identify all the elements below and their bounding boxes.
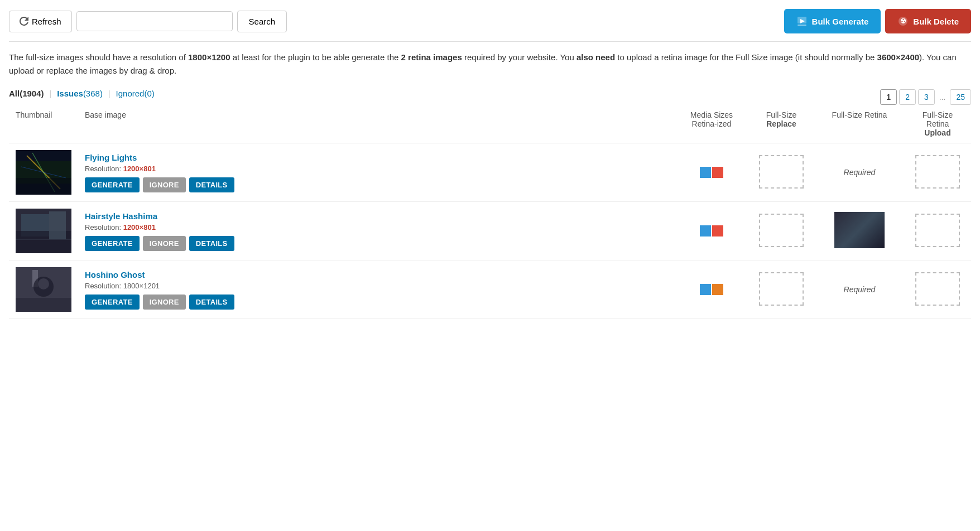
bulk-generate-button[interactable]: Bulk Generate <box>784 9 881 33</box>
col-header-base: Base image <box>78 105 675 143</box>
filter-ignored[interactable]: Ignored(0) <box>116 89 155 98</box>
resolution-value-hoshino: 1800×1201 <box>123 282 160 290</box>
resolution-flying-lights: Resolution: 1200×801 <box>85 165 669 173</box>
refresh-label: Refresh <box>32 17 61 26</box>
col-header-media: Media Sizes Retina-ized <box>675 105 748 143</box>
page-1: 1 <box>880 89 897 105</box>
fullsize-retina-cell-hairstyle <box>815 202 904 260</box>
search-button[interactable]: Search <box>237 11 287 32</box>
col-header-upload: Full-Size Retina Upload <box>904 105 971 143</box>
action-buttons-flying-lights: GENERATE IGNORE DETAILS <box>85 177 669 192</box>
refresh-button[interactable]: Refresh <box>9 11 72 32</box>
base-cell-hairstyle: Hairstyle Hashima Resolution: 1200×801 G… <box>78 202 675 260</box>
resolution-value-flying-lights: 1200×801 <box>123 165 156 173</box>
details-button-hoshino[interactable]: DETAILS <box>189 295 234 310</box>
fullsize-upload-cell-hairstyle[interactable] <box>904 202 971 260</box>
square-blue-flying-lights <box>700 167 711 178</box>
svg-rect-19 <box>16 298 71 312</box>
table-row: Flying Lights Resolution: 1200×801 GENER… <box>9 143 971 202</box>
filters-row: All(1904) | Issues(368) | Ignored(0) 1 2… <box>9 89 971 105</box>
square-red-hairstyle <box>712 225 723 236</box>
filter-issues[interactable]: Issues(368) <box>57 89 103 98</box>
thumbnail-cell-hairstyle <box>9 202 78 260</box>
media-cell-hoshino <box>675 260 748 319</box>
col-header-retina: Full-Size Retina <box>815 105 904 143</box>
fullsize-upload-cell-flying-lights[interactable] <box>904 143 971 202</box>
media-cell-flying-lights <box>675 143 748 202</box>
ignore-button-hairstyle[interactable]: IGNORE <box>143 236 186 251</box>
filter-all[interactable]: All(1904) <box>9 89 44 98</box>
svg-point-20 <box>38 278 49 289</box>
media-cell-hairstyle <box>675 202 748 260</box>
refresh-icon <box>20 17 28 26</box>
svg-rect-14 <box>49 211 66 239</box>
fullsize-upload-dropzone-hairstyle[interactable] <box>915 214 960 247</box>
page-ellipsis: ... <box>937 90 948 104</box>
details-button-flying-lights[interactable]: DETAILS <box>189 177 234 192</box>
resolution-value-hairstyle: 1200×801 <box>123 223 156 231</box>
fullsize-upload-dropzone-hoshino[interactable] <box>915 272 960 306</box>
fullsize-replace-cell-flying-lights[interactable] <box>748 143 815 202</box>
generate-button-hairstyle[interactable]: GENERATE <box>85 236 140 251</box>
table-header-row: Thumbnail Base image Media Sizes Retina-… <box>9 105 971 143</box>
image-title-flying-lights[interactable]: Flying Lights <box>85 153 669 162</box>
base-cell-hoshino: Hoshino Ghost Resolution: 1800×1201 GENE… <box>78 260 675 319</box>
square-blue-hoshino <box>700 284 711 295</box>
bulk-delete-button[interactable]: ☢ Bulk Delete <box>885 9 971 33</box>
retina-required-flying-lights: Required <box>844 168 876 177</box>
pagination: 1 2 3 ... 25 <box>880 89 971 105</box>
generate-button-flying-lights[interactable]: GENERATE <box>85 177 140 192</box>
action-buttons-hairstyle: GENERATE IGNORE DETAILS <box>85 236 669 251</box>
svg-rect-2 <box>798 25 806 26</box>
thumbnail-cell-hoshino <box>9 260 78 319</box>
fullsize-upload-cell-hoshino[interactable] <box>904 260 971 319</box>
page-2[interactable]: 2 <box>899 89 916 105</box>
fullsize-replace-dropzone-flying-lights[interactable] <box>759 155 804 189</box>
resolution-hairstyle: Resolution: 1200×801 <box>85 223 669 231</box>
action-buttons-hoshino: GENERATE IGNORE DETAILS <box>85 295 669 310</box>
toolbar: Refresh Search Bulk Generate ☢ Bulk Dele… <box>9 9 971 42</box>
fullsize-replace-dropzone-hairstyle[interactable] <box>759 214 804 247</box>
page-25[interactable]: 25 <box>950 89 971 105</box>
col-header-fullsize: Full-Size Replace <box>748 105 815 143</box>
fullsize-upload-dropzone-flying-lights[interactable] <box>915 155 960 189</box>
info-text: The full-size images should have a resol… <box>9 51 971 78</box>
resolution-hoshino: Resolution: 1800×1201 <box>85 282 669 290</box>
retina-required-hoshino: Required <box>844 285 876 294</box>
fullsize-retina-cell-hoshino: Required <box>815 260 904 319</box>
page-3[interactable]: 3 <box>918 89 935 105</box>
svg-text:☢: ☢ <box>900 17 906 25</box>
table-row: Hairstyle Hashima Resolution: 1200×801 G… <box>9 202 971 260</box>
square-orange-hoshino <box>712 284 723 295</box>
square-blue-hairstyle <box>700 225 711 236</box>
svg-rect-10 <box>16 178 71 195</box>
generate-button-hoshino[interactable]: GENERATE <box>85 295 140 310</box>
fullsize-replace-dropzone-hoshino[interactable] <box>759 272 804 306</box>
base-cell-flying-lights: Flying Lights Resolution: 1200×801 GENER… <box>78 143 675 202</box>
thumbnail-hoshino <box>16 267 71 312</box>
filter-tabs: All(1904) | Issues(368) | Ignored(0) <box>9 89 155 98</box>
ignore-button-hoshino[interactable]: IGNORE <box>143 295 186 310</box>
retina-thumb-hairstyle <box>834 212 885 248</box>
image-title-hairstyle[interactable]: Hairstyle Hashima <box>85 211 669 221</box>
fullsize-replace-cell-hoshino[interactable] <box>748 260 815 319</box>
fullsize-retina-cell-flying-lights: Required <box>815 143 904 202</box>
color-squares-hairstyle <box>682 225 741 236</box>
table-row: Hoshino Ghost Resolution: 1800×1201 GENE… <box>9 260 971 319</box>
col-header-thumbnail: Thumbnail <box>9 105 78 143</box>
details-button-hairstyle[interactable]: DETAILS <box>189 236 234 251</box>
search-input[interactable] <box>76 11 233 31</box>
image-title-hoshino[interactable]: Hoshino Ghost <box>85 270 669 279</box>
color-squares-hoshino <box>682 284 741 295</box>
color-squares-flying-lights <box>682 167 741 178</box>
thumbnail-flying-lights <box>16 150 71 195</box>
ignore-button-flying-lights[interactable]: IGNORE <box>143 177 186 192</box>
thumbnail-cell-flying-lights <box>9 143 78 202</box>
main-table: Thumbnail Base image Media Sizes Retina-… <box>9 105 971 319</box>
bulk-generate-icon <box>796 16 808 27</box>
bulk-delete-icon: ☢ <box>897 16 909 27</box>
square-red-flying-lights <box>712 167 723 178</box>
fullsize-replace-cell-hairstyle[interactable] <box>748 202 815 260</box>
thumbnail-hairstyle <box>16 209 71 253</box>
